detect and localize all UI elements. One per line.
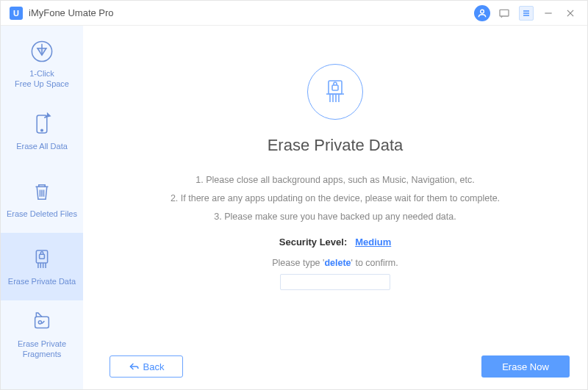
sidebar-item-label: Erase Private Fragments	[18, 339, 66, 360]
main-panel: Erase Private Data 1. Please close all b…	[83, 26, 587, 389]
security-level-row: Security Level: Medium	[279, 236, 392, 248]
app-title: iMyFone Umate Pro	[29, 7, 114, 18]
titlebar: U iMyFone Umate Pro	[1, 1, 587, 26]
sidebar-item-erase-deleted-files[interactable]: Erase Deleted Files	[1, 165, 83, 233]
back-button[interactable]: Back	[110, 355, 183, 378]
confirm-instruction: Please type 'delete' to confirm.	[272, 258, 398, 268]
sidebar-item-erase-private-fragments[interactable]: Erase Private Fragments	[1, 300, 83, 368]
svg-point-0	[481, 10, 484, 13]
instructions: 1. Please close all background apps, suc…	[171, 171, 500, 226]
back-button-label: Back	[143, 361, 165, 372]
instruction-line: 2. If there are any apps updating on the…	[171, 189, 500, 208]
confirm-input[interactable]	[280, 274, 390, 290]
sidebar-item-erase-all-data[interactable]: Erase All Data	[1, 98, 83, 165]
sidebar-item-label: 1-Click Free Up Space	[15, 68, 69, 90]
menu-icon[interactable]	[517, 4, 536, 23]
sidebar-item-label: Erase Deleted Files	[7, 209, 77, 219]
sidebar-item-label: Erase Private Data	[8, 276, 76, 286]
svg-rect-1	[500, 10, 509, 16]
confirm-keyword: delete	[324, 258, 351, 268]
account-icon[interactable]	[473, 4, 492, 23]
svg-point-21	[38, 320, 41, 323]
erase-now-button[interactable]: Erase Now	[481, 355, 570, 378]
app-logo: U	[10, 7, 23, 20]
sidebar-item-label: Erase All Data	[16, 141, 68, 151]
svg-rect-15	[40, 254, 45, 259]
sidebar-item-erase-private-data[interactable]: Erase Private Data	[1, 233, 83, 300]
shredder-icon	[307, 64, 363, 120]
back-arrow-icon	[129, 361, 139, 372]
sidebar-item-free-up-space[interactable]: 1-Click Free Up Space	[1, 30, 83, 98]
sidebar: 1-Click Free Up Space Erase All Data Era…	[1, 26, 83, 389]
feedback-icon[interactable]	[495, 4, 514, 23]
close-icon[interactable]	[561, 4, 580, 23]
svg-point-10	[41, 129, 43, 131]
svg-rect-14	[36, 250, 47, 263]
page-title: Erase Private Data	[268, 136, 404, 155]
minimize-icon[interactable]	[539, 4, 558, 23]
instruction-line: 3. Please make sure you have backed up a…	[171, 208, 500, 226]
svg-rect-23	[332, 85, 338, 90]
instruction-line: 1. Please close all background apps, suc…	[171, 171, 500, 189]
security-level-value[interactable]: Medium	[355, 236, 391, 248]
security-level-label: Security Level:	[279, 236, 348, 248]
